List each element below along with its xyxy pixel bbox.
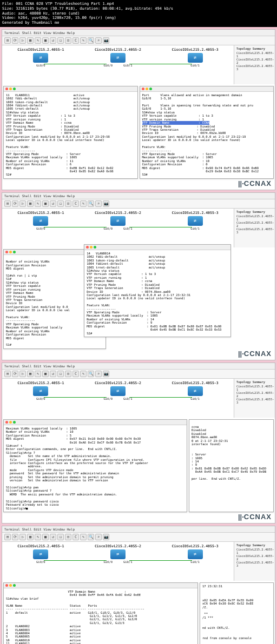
toolbar-button[interactable]: ✎ xyxy=(80,37,87,44)
minimize-icon[interactable] xyxy=(9,421,12,424)
toolbar-button[interactable]: ◻ xyxy=(57,371,64,377)
toolbar-button[interactable]: 📷 xyxy=(103,200,109,207)
terminal-s2-body[interactable]: 11 VLAN0011 active 1002 fddi-default act… xyxy=(4,92,137,178)
toolbar-button[interactable]: ⌕ xyxy=(95,534,102,540)
toolbar-button[interactable]: ⊡ xyxy=(65,37,71,44)
toolbar-button[interactable]: ■ xyxy=(42,371,49,377)
toolbar-button[interactable]: ⊞ xyxy=(4,200,11,207)
zoom-icon[interactable] xyxy=(13,251,16,253)
toolbar-button[interactable]: ■ xyxy=(42,534,49,540)
topology-canvas[interactable]: CiscoIOSvL215.2.4055-1⇄Gi0/0 CiscoIOSvL2… xyxy=(2,542,234,581)
toolbar-button[interactable]: ⟳ xyxy=(12,371,18,377)
toolbar-button[interactable]: ⊞ xyxy=(4,534,11,540)
menubar[interactable]: Terminal Shell Edit View Window Help xyxy=(2,30,275,36)
toolbar-button[interactable]: ✎ xyxy=(35,534,41,540)
toolbar-button[interactable]: 🔍 xyxy=(88,37,94,44)
terminal-s2-body[interactable]: 14 VLAN0014 1002 fddi-default act/unsup … xyxy=(84,250,230,337)
toolbar-button[interactable]: ⟳ xyxy=(12,37,18,44)
close-icon[interactable] xyxy=(5,421,8,424)
toolbar-button[interactable]: ◻ xyxy=(57,37,64,44)
zoom-icon[interactable] xyxy=(13,88,16,90)
toolbar-button[interactable]: ■ xyxy=(42,37,49,44)
terminal-right-snippet[interactable]: ccna Disabled Disabled 0074.0bee.aa00 0 … xyxy=(189,419,274,512)
ccnax-watermark: ||·CCNAX xyxy=(238,179,272,187)
toolbar-button[interactable]: 🔍 xyxy=(88,371,94,377)
toolbar-button[interactable]: ⌕ xyxy=(95,37,102,44)
toolbar-button[interactable]: ◻ xyxy=(57,200,64,207)
toolbar-button[interactable]: 📷 xyxy=(103,534,109,540)
topology-sidebar-item[interactable]: CiscoIOSvL215.2.4055-2 xyxy=(236,58,273,64)
toolbar-button[interactable]: ⌕ xyxy=(95,200,102,207)
close-icon[interactable] xyxy=(5,584,8,587)
terminal-s1-config-body[interactable]: Maximum VLANs supported locally : 1005 N… xyxy=(4,425,187,512)
toolbar-button[interactable]: ▷ xyxy=(19,37,26,44)
toolbar-button[interactable]: C xyxy=(72,371,79,377)
zoom-icon[interactable] xyxy=(149,88,152,90)
terminal-vlan-brief[interactable]: VTP Domain Name : 0x43 0x06 0xFF 0x46 0x… xyxy=(3,582,198,644)
terminal-s2-overlay[interactable]: 14 VLAN0014 1002 fddi-default act/unsup … xyxy=(84,244,231,337)
toolbar-button[interactable]: C xyxy=(72,200,79,207)
terminal-s2[interactable]: 11 VLAN0011 active 1002 fddi-default act… xyxy=(3,86,138,179)
topology-sidebar-item[interactable]: CiscoIOSvL215.2.4055-3 xyxy=(236,64,273,71)
toolbar-button[interactable]: ■ xyxy=(42,200,49,207)
toolbar-button[interactable]: ⌕ xyxy=(95,371,102,377)
close-icon[interactable] xyxy=(5,88,8,90)
toolbar-button[interactable]: ⟳ xyxy=(12,534,18,540)
toolbar-button[interactable]: ⟳ xyxy=(12,200,18,207)
minimize-icon[interactable] xyxy=(9,88,12,90)
topology-canvas[interactable]: CiscoIOSvL215.2.4055-1 ⇄ Gi0/0 CiscoIOSv… xyxy=(2,45,234,84)
close-icon[interactable] xyxy=(142,88,144,90)
zoom-icon[interactable] xyxy=(13,421,16,424)
toolbar-button[interactable]: C xyxy=(72,534,79,540)
minimize-icon[interactable] xyxy=(90,246,93,249)
terminal-s3[interactable]: Port Vlans allowed and active in managem… xyxy=(140,86,274,179)
toolbar-button[interactable]: ✎ xyxy=(80,534,87,540)
toolbar-button[interactable]: ↺ xyxy=(50,371,56,377)
toolbar-button[interactable]: ✎ xyxy=(80,371,87,377)
toolbar-button[interactable]: ◻ xyxy=(57,534,64,540)
toolbar-button[interactable]: ⊞ xyxy=(4,371,11,377)
toolbar-button[interactable]: ⊞ xyxy=(4,37,11,44)
toolbar-button[interactable]: ✎ xyxy=(35,371,41,377)
menubar[interactable]: Terminal Shell Edit View Window Help xyxy=(2,363,275,370)
toolbar-button[interactable]: ✎ xyxy=(80,200,87,207)
toolbar-button[interactable]: ↺ xyxy=(50,200,56,207)
topology-canvas[interactable]: CiscoIOSvL215.2.4055-1⇄Gi0/0 CiscoIOSvL2… xyxy=(2,379,234,418)
terminal-vlan-brief-body[interactable]: VTP Domain Name : 0x43 0x06 0xFF 0x46 0x… xyxy=(4,588,197,644)
toolbar-button[interactable]: 📷 xyxy=(103,371,109,377)
zoom-icon[interactable] xyxy=(94,246,96,249)
toolbar-button[interactable]: 🔍 xyxy=(88,534,94,540)
terminal-right-fragment[interactable]: 17 23:32:31 x82 0x05 0xEA 0x7F 0x55 0x09… xyxy=(200,582,274,644)
close-icon[interactable] xyxy=(5,251,8,253)
toolbar-button[interactable]: C xyxy=(72,37,79,44)
toolbar-button[interactable]: ⊡ xyxy=(65,200,71,207)
topology-sidebar-item[interactable]: CiscoIOSvL215.2.4055-1 xyxy=(236,51,273,58)
minimize-icon[interactable] xyxy=(146,88,148,90)
menubar[interactable]: Terminal Shell Edit View Window Help xyxy=(2,526,275,533)
minimize-icon[interactable] xyxy=(9,251,12,253)
toolbar-button[interactable]: ↺ xyxy=(50,534,56,540)
toolbar-button[interactable]: ▦ xyxy=(27,37,34,44)
terminal-s1-config[interactable]: Maximum VLANs supported locally : 1005 N… xyxy=(3,419,187,512)
toolbar-button[interactable]: ▦ xyxy=(27,534,34,540)
toolbar-button[interactable]: ▷ xyxy=(19,371,26,377)
topology-canvas[interactable]: CiscoIOSvL215.2.4055-1⇄Gi0/0 CiscoIOSvL2… xyxy=(2,209,234,247)
toolbar-button[interactable]: ▦ xyxy=(27,371,34,377)
toolbar-button[interactable]: ▦ xyxy=(27,200,34,207)
terminal-right-body[interactable]: ccna Disabled Disabled 0074.0bee.aa00 0 … xyxy=(189,420,273,482)
toolbar-button[interactable]: 📷 xyxy=(103,37,109,44)
toolbar-button[interactable]: ⊡ xyxy=(65,371,71,377)
toolbar-button[interactable]: ✎ xyxy=(35,200,41,207)
zoom-icon[interactable] xyxy=(13,584,16,587)
toolbar-button[interactable]: ▷ xyxy=(19,200,26,207)
toolbar-button[interactable]: ⊡ xyxy=(65,534,71,540)
minimize-icon[interactable] xyxy=(9,584,12,587)
terminal-right-fragment-body[interactable]: 17 23:32:31 x82 0x05 0xEA 0x7F 0x55 0x09… xyxy=(200,583,273,642)
toolbar-button[interactable]: ↺ xyxy=(50,37,56,44)
toolbar-button[interactable]: 🔍 xyxy=(88,200,94,207)
toolbar-button[interactable]: ▷ xyxy=(19,534,26,540)
close-icon[interactable] xyxy=(86,246,89,249)
toolbar-button[interactable]: ✎ xyxy=(35,37,41,44)
menubar[interactable]: Terminal Shell Edit View Window Help xyxy=(2,193,275,199)
terminal-s3-body[interactable]: Port Vlans allowed and active in managem… xyxy=(140,92,274,178)
